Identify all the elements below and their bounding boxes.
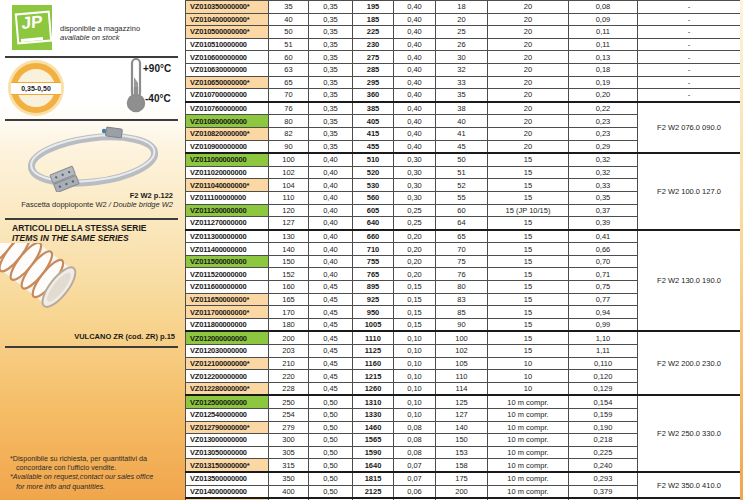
- value-cell: 20: [488, 1, 569, 14]
- value-cell: 0,35: [309, 127, 353, 140]
- value-cell: 0,45: [309, 382, 353, 395]
- value-cell: 520: [353, 166, 394, 179]
- value-cell: 275: [353, 51, 394, 64]
- value-cell: 0,15: [394, 281, 436, 294]
- value-cell: 127: [436, 409, 488, 422]
- value-cell: 130: [269, 230, 309, 243]
- part-code-cell: VZ011300000000: [186, 230, 269, 243]
- clamp-group-cell: F2 W2 100.0 127.0: [638, 153, 741, 230]
- part-code-cell: VZ012000000000: [186, 331, 269, 344]
- value-cell: 0,32: [569, 153, 638, 166]
- value-cell: 20: [436, 13, 488, 26]
- table-row: VZ010630000000630,352850,4032200,18-: [186, 63, 741, 76]
- value-cell: 152: [269, 268, 309, 281]
- value-cell: 64: [436, 217, 488, 230]
- table-row: VZ010760000000760,353850,4038200,22F2 W2…: [186, 102, 741, 115]
- value-cell: 0,45: [309, 293, 353, 306]
- footnote-en-2: for more info and quantities.: [10, 482, 153, 491]
- value-cell: 0,25: [394, 204, 436, 217]
- value-cell: 85: [436, 306, 488, 319]
- part-code-cell: VZ010630000000: [186, 63, 269, 76]
- value-cell: 210: [269, 357, 309, 370]
- value-cell: 0,40: [309, 204, 353, 217]
- clamp-group-cell: F2 W2 250.0 330.0: [638, 395, 741, 472]
- value-cell: 0,35: [569, 191, 638, 204]
- value-cell: 26: [436, 38, 488, 51]
- part-code-cell: VZ011020000000: [186, 166, 269, 179]
- value-cell: 0,40: [309, 255, 353, 268]
- value-cell: 20: [488, 51, 569, 64]
- value-cell: 50: [269, 26, 309, 39]
- value-cell: 0,50: [309, 409, 353, 422]
- value-cell: 83: [436, 293, 488, 306]
- value-cell: 1260: [353, 382, 394, 395]
- value-cell: 41: [436, 127, 488, 140]
- value-cell: 70: [269, 89, 309, 102]
- value-cell: 1460: [353, 421, 394, 434]
- value-cell: 15: [488, 306, 569, 319]
- table-row: VZ0125000000002500,5013100,1012510 m com…: [186, 395, 741, 408]
- temp-max-label: +90°C: [143, 63, 171, 74]
- clamp-group-cell: -: [638, 26, 741, 39]
- value-cell: 0,94: [569, 306, 638, 319]
- value-cell: 80: [436, 281, 488, 294]
- part-code-cell: VZ012200000000: [186, 370, 269, 383]
- value-cell: 0,50: [309, 472, 353, 485]
- clamp-group-cell: -: [638, 51, 741, 64]
- value-cell: 0,35: [309, 13, 353, 26]
- value-cell: 0,45: [309, 318, 353, 331]
- value-cell: 0,08: [394, 421, 436, 434]
- value-cell: 15: [488, 217, 569, 230]
- value-cell: 0,13: [569, 51, 638, 64]
- value-cell: 0,40: [394, 127, 436, 140]
- value-cell: 0,40: [309, 230, 353, 243]
- part-code-cell: VZ011100000000: [186, 191, 269, 204]
- value-cell: 180: [269, 318, 309, 331]
- value-cell: 0,40: [394, 76, 436, 89]
- value-cell: 0,29: [569, 140, 638, 153]
- value-cell: 18: [436, 1, 488, 14]
- value-cell: 950: [353, 306, 394, 319]
- value-cell: 0,25: [394, 217, 436, 230]
- part-code-cell: VZ012540000000: [186, 409, 269, 422]
- value-cell: 15: [488, 153, 569, 166]
- value-cell: 0,09: [569, 13, 638, 26]
- value-cell: 279: [269, 421, 309, 434]
- value-cell: 160: [269, 281, 309, 294]
- value-cell: 0,71: [569, 268, 638, 281]
- value-cell: 20: [488, 63, 569, 76]
- value-cell: 25: [436, 26, 488, 39]
- footnote: *Disponibile su richiesta, per quantitat…: [10, 454, 153, 491]
- value-cell: 60: [269, 51, 309, 64]
- value-cell: 203: [269, 345, 309, 358]
- value-cell: 0,15: [394, 318, 436, 331]
- value-cell: 15: [488, 166, 569, 179]
- value-cell: 0,30: [394, 153, 436, 166]
- value-cell: 51: [269, 38, 309, 51]
- value-cell: 0,190: [569, 421, 638, 434]
- part-code-cell: VZ010700000000: [186, 89, 269, 102]
- value-cell: 110: [269, 191, 309, 204]
- value-cell: 100: [436, 331, 488, 344]
- spec-table: VZ010350000000*350,351950,4018200,08-VZ0…: [185, 0, 741, 500]
- value-cell: 0,20: [394, 230, 436, 243]
- thickness-badge-band: 0,35-0,50: [11, 82, 61, 95]
- value-cell: 0,40: [309, 217, 353, 230]
- value-cell: 0,40: [394, 13, 436, 26]
- value-cell: 1640: [353, 459, 394, 472]
- value-cell: 605: [353, 204, 394, 217]
- part-code-cell: VZ012500000000: [186, 395, 269, 408]
- value-cell: 0,40: [309, 179, 353, 192]
- clamp-group-cell: -: [638, 89, 741, 102]
- value-cell: 0,40: [309, 268, 353, 281]
- value-cell: 32: [436, 63, 488, 76]
- value-cell: 0,20: [394, 255, 436, 268]
- value-cell: 40: [436, 115, 488, 128]
- value-cell: 90: [436, 318, 488, 331]
- value-cell: 20: [488, 127, 569, 140]
- value-cell: 102: [269, 166, 309, 179]
- value-cell: 0,19: [569, 76, 638, 89]
- value-cell: 10 m compr.: [488, 409, 569, 422]
- value-cell: 0,99: [569, 318, 638, 331]
- value-cell: 10: [488, 370, 569, 383]
